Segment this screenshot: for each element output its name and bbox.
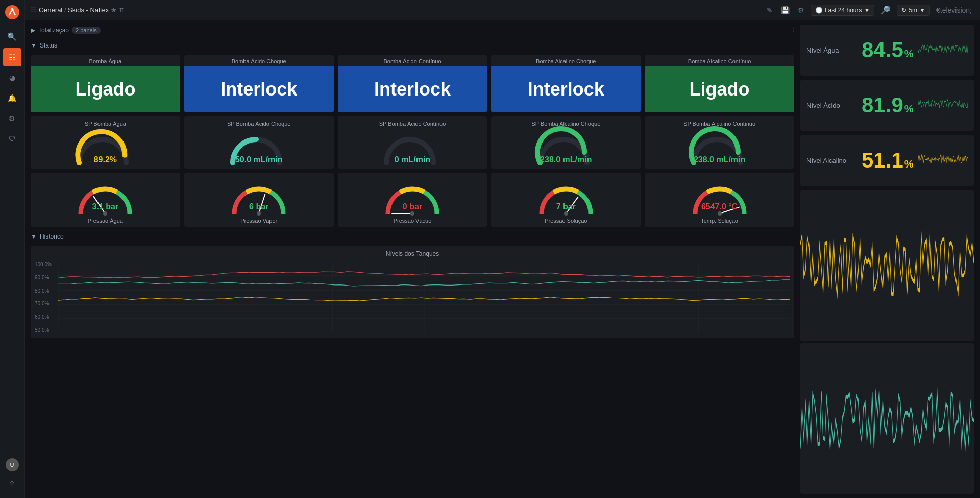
chart-y-label: 90.0% [35, 275, 58, 280]
user-avatar[interactable]: U [6, 458, 19, 471]
nivel-label-2: Nível Alcalino [806, 157, 857, 164]
totalizacao-badge: 2 panels [72, 27, 101, 34]
sidebar-item-help[interactable]: ? [3, 475, 21, 493]
refresh-chevron-icon: ▼ [919, 7, 925, 14]
historico-chevron-icon: ▼ [31, 233, 37, 240]
pressure-gauge-wrap-3: 7 bar [535, 177, 597, 212]
sidebar-item-security[interactable]: 🛡 [3, 130, 21, 148]
sp-gauge-label-0: SP Bomba Água [85, 121, 126, 127]
pressure-gauge-value-0: 3.1 bar [92, 202, 119, 211]
chart-grid [58, 262, 790, 333]
sp-gauge-label-1: SP Bomba Ácido Choque [227, 121, 291, 127]
breadcrumb: ☷ General / Skids - Naltex General / Ski… [31, 6, 124, 14]
pressure-card-2: 0 bar Pressão Vácuo [338, 173, 487, 227]
sidebar: 🔍 ☷ ◕ 🔔 ⚙ 🛡 U ? [0, 0, 24, 498]
pressure-gauge-wrap-2: 0 bar [382, 177, 443, 212]
breadcrumb-text: General / Skids - Naltex [39, 6, 109, 14]
nivel-label-1: Nível Ácido [806, 102, 857, 109]
sp-gauge-value-1: 50.0 mL/min [235, 155, 282, 164]
sp-gauge-value-2: 0 mL/min [395, 155, 430, 164]
panels-left: ▶ Totalização 2 panels ⁝ ▼ Status Bomba … [31, 25, 794, 494]
sp-gauges-grid: SP Bomba Água 89.2% SP Bomba Ácido Choqu… [31, 116, 794, 169]
app-logo[interactable] [4, 4, 20, 20]
pressure-gauge-wrap-1: 6 bar [228, 177, 289, 212]
chart-area: 100.0%90.0%80.0%70.0%60.0%50.0% [35, 262, 790, 333]
nivel-value-0: 84.5 [862, 38, 903, 62]
sp-gauge-value-4: 238.0 mL/min [694, 155, 745, 164]
sp-gauge-wrap-0: 89.2% [75, 130, 136, 165]
status-badge-0: Ligado [31, 66, 180, 112]
sidebar-item-dashboards[interactable]: ☷ [3, 48, 21, 66]
status-card-label-0: Bomba Água [31, 55, 180, 66]
nivel-sparkline-2 [918, 145, 968, 176]
sp-gauge-wrap-3: 238.0 mL/min [535, 130, 597, 165]
star-icon[interactable]: ★ [111, 6, 117, 14]
status-badge-2: Interlock [338, 66, 487, 112]
refresh-button[interactable]: ↻ 5m ▼ [897, 5, 930, 16]
historico-section-header[interactable]: ▼ Historico [31, 231, 794, 242]
nivel-sparkline-1 [918, 90, 968, 121]
svg-point-1 [11, 8, 13, 11]
status-section-header[interactable]: ▼ Status [31, 40, 794, 51]
sidebar-item-search[interactable]: 🔍 [3, 28, 21, 46]
share-icon[interactable]: ⇈ [119, 7, 124, 14]
nivel-panel-0: Nível Água 84.5 % [800, 25, 974, 76]
pressure-card-4: 6547.0 °C Temp. Solução [645, 173, 794, 227]
pressure-card-label-3: Pressão Solução [545, 218, 587, 224]
pressure-card-0: 3.1 bar Pressão Água [31, 173, 180, 227]
pressure-gauge-value-4: 6547.0 °C [701, 202, 738, 211]
tv-mode-button[interactable]: €television; [934, 5, 974, 15]
pressure-gauge-value-1: 6 bar [249, 202, 268, 211]
time-range-button[interactable]: 🕑 Last 24 hours ▼ [811, 5, 875, 16]
main-area: ☷ General / Skids - Naltex General / Ski… [24, 0, 980, 498]
svg-point-7 [410, 211, 414, 216]
save-dashboard-button[interactable]: 💾 [779, 5, 792, 15]
status-card-label-1: Bomba Ácido Choque [184, 55, 334, 66]
totalizacao-section-header[interactable]: ▶ Totalização 2 panels ⁝ [31, 25, 794, 36]
topbar-right: ✎ 💾 ⚙ 🕑 Last 24 hours ▼ 🔎 ↻ 5m ▼ €televi… [765, 4, 974, 16]
right-sparkline-0 [800, 190, 974, 341]
chart-y-label: 70.0% [35, 301, 58, 306]
sp-gauge-label-4: SP Bomba Alcalino Contínuo [683, 121, 755, 127]
panels-right: Nível Água 84.5 % Nível Ácido 81.9 % Nív… [800, 25, 974, 494]
sidebar-item-explore[interactable]: ◕ [3, 68, 21, 87]
totalizacao-label: Totalização [38, 27, 69, 34]
zoom-out-button[interactable]: 🔎 [878, 4, 893, 16]
svg-point-9 [564, 211, 568, 216]
sidebar-item-settings[interactable]: ⚙ [3, 109, 21, 128]
status-card-1: Bomba Ácido Choque Interlock [184, 55, 334, 112]
totalizacao-panel-controls: ⁝ [792, 27, 794, 34]
nivel-panel-2: Nível Alcalino 51.1 % [800, 135, 974, 186]
refresh-icon: ↻ [901, 7, 906, 14]
nivel-unit-2: % [904, 158, 914, 170]
nivel-unit-1: % [904, 103, 914, 115]
breadcrumb-icon: ☷ [31, 6, 37, 14]
pressure-card-label-0: Pressão Água [88, 218, 123, 224]
add-panel-button[interactable]: ✎ [765, 5, 775, 15]
sp-gauge-card-1: SP Bomba Ácido Choque 50.0 mL/min [184, 116, 334, 169]
status-card-label-4: Bomba Alcalino Contínuo [645, 55, 794, 66]
dashboard-settings-button[interactable]: ⚙ [796, 5, 806, 15]
status-card-label-2: Bomba Ácido Contínuo [338, 55, 487, 66]
sp-gauge-wrap-4: 238.0 mL/min [689, 130, 750, 165]
pressure-gauge-value-3: 7 bar [556, 202, 576, 211]
pressure-gauge-wrap-0: 3.1 bar [75, 177, 136, 212]
pressure-gauge-wrap-4: 6547.0 °C [689, 177, 750, 212]
refresh-interval-label: 5m [909, 7, 917, 14]
svg-point-0 [5, 5, 19, 19]
sidebar-item-alerting[interactable]: 🔔 [3, 89, 21, 107]
chart-y-labels: 100.0%90.0%80.0%70.0%60.0%50.0% [35, 262, 58, 333]
sp-gauge-card-3: SP Bomba Alcalino Choque 238.0 mL/min [491, 116, 641, 169]
historico-label: Historico [40, 233, 64, 240]
pressure-card-label-2: Pressão Vácuo [394, 218, 432, 224]
status-cards-grid: Bomba Água Ligado Bomba Ácido Choque Int… [31, 55, 794, 112]
chevron-down-icon: ▼ [864, 7, 870, 14]
sp-gauge-card-0: SP Bomba Água 89.2% [31, 116, 180, 169]
status-card-4: Bomba Alcalino Contínuo Ligado [645, 55, 794, 112]
sp-gauge-label-3: SP Bomba Alcalino Choque [531, 121, 600, 127]
svg-point-11 [718, 211, 722, 216]
pressure-card-3: 7 bar Pressão Solução [491, 173, 641, 227]
status-label: Status [40, 42, 57, 49]
right-bottom-sparklines [800, 190, 974, 494]
status-card-0: Bomba Água Ligado [31, 55, 180, 112]
